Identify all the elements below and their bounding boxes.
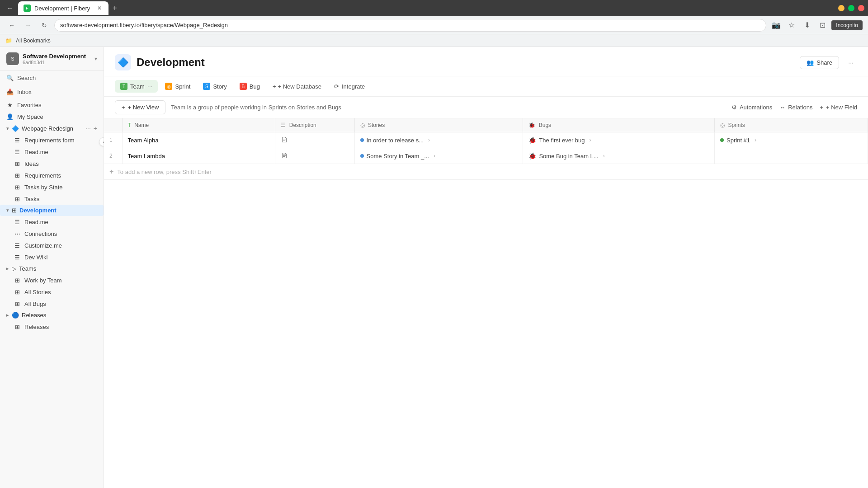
new-field-btn[interactable]: + + New Field (820, 104, 857, 111)
sidebar-item-requirements-form[interactable]: ☰ Requirements form (7, 134, 104, 146)
releases-group-label: Releases (22, 312, 97, 319)
row1-sprints-arrow[interactable]: › (755, 137, 756, 143)
window-close[interactable] (858, 5, 864, 11)
sidebar-item-all-stories[interactable]: ⊞ All Stories (7, 286, 104, 298)
cast-icon[interactable]: 📷 (770, 19, 783, 32)
search-label: Search (17, 75, 36, 81)
new-db-plus-icon: + (273, 83, 276, 90)
col-stories[interactable]: ◎ Stories (354, 118, 523, 132)
back-btn[interactable]: ← (5, 19, 18, 32)
sidebar-item-all-bugs[interactable]: ⊞ All Bugs (7, 298, 104, 310)
share-btn[interactable]: 👥 Share (800, 56, 839, 69)
sidebar-item-readme2[interactable]: ☰ Read.me (7, 216, 104, 228)
row1-stories-arrow[interactable]: › (428, 137, 430, 143)
col-description[interactable]: ☰ Description (275, 118, 354, 132)
add-row-text: To add a new row, press Shift+Enter (117, 169, 211, 175)
col-sprints[interactable]: ◎ Sprints (715, 118, 868, 132)
tab-team[interactable]: T Team ··· (115, 80, 158, 93)
all-bugs-icon: ⊞ (14, 300, 21, 307)
incognito-btn[interactable]: Incognito (831, 20, 863, 30)
address-bar[interactable]: software-development.fibery.io/fibery/sp… (54, 19, 766, 32)
row1-bugs[interactable]: 🐞 The first ever bug › (523, 132, 715, 148)
tab-sprint[interactable]: ◎ Sprint (160, 80, 196, 93)
address-text: software-development.fibery.io/fibery/sp… (60, 22, 228, 28)
releases-group-icon: 🔵 (12, 312, 19, 319)
bookmark-icon[interactable]: ☆ (785, 19, 798, 32)
col-name[interactable]: T Name (122, 118, 275, 132)
row2-sprints[interactable] (715, 148, 868, 164)
layout-icon[interactable]: ⊡ (816, 19, 829, 32)
new-field-label: + New Field (826, 104, 857, 111)
integrate-btn[interactable]: ⟳ Integrate (329, 80, 370, 93)
row2-desc-icon: 🖹 (281, 152, 288, 160)
sidebar-group-development[interactable]: ▾ ⊞ Development (0, 205, 104, 216)
new-database-btn[interactable]: + + New Database (267, 80, 327, 93)
team-tab-dots[interactable]: ··· (147, 83, 153, 90)
row2-stories-arrow[interactable]: › (434, 153, 435, 159)
workspace-header[interactable]: S Software Development 6ad8d3d1 ▾ (0, 47, 104, 71)
readme1-label: Read.me (24, 149, 97, 155)
more-options-btn[interactable]: ··· (844, 56, 857, 69)
sidebar-collapse-btn[interactable]: ‹ (99, 137, 104, 146)
favorites-icon: ★ (6, 101, 14, 108)
sidebar-item-myspace[interactable]: 👤 My Space (0, 111, 104, 122)
sidebar-item-readme1[interactable]: ☰ Read.me (7, 146, 104, 158)
row2-stories[interactable]: Some Story in Team _... › (354, 148, 523, 164)
row1-desc[interactable]: 🖹 (275, 132, 354, 148)
sidebar-group-teams[interactable]: ▸ ▷ Teams (0, 263, 104, 274)
sidebar-group-releases[interactable]: ▸ 🔵 Releases (0, 310, 104, 321)
reload-btn[interactable]: ↻ (38, 19, 51, 32)
download-icon[interactable]: ⬇ (801, 19, 813, 32)
row2-name[interactable]: Team Lambda (122, 148, 275, 164)
sidebar-item-favorites[interactable]: ★ Favorites (0, 99, 104, 111)
tab-bug[interactable]: B Bug (234, 80, 265, 93)
new-db-label: + New Database (278, 83, 321, 90)
row1-bugs-arrow[interactable]: › (590, 137, 591, 143)
readme2-label: Read.me (24, 219, 97, 225)
row1-sprints[interactable]: Sprint #1 › (715, 132, 868, 148)
main-icon: 🔷 (115, 54, 131, 70)
webpage-add-icon[interactable]: + (94, 125, 97, 132)
sidebar-item-devwiki[interactable]: ☰ Dev Wiki (7, 251, 104, 263)
sidebar-item-work-by-team[interactable]: ⊞ Work by Team (7, 274, 104, 286)
sidebar-item-ideas[interactable]: ⊞ Ideas (7, 158, 104, 169)
sidebar-group-webpage[interactable]: ▾ 🔷 Webpage Redesign ··· + (0, 122, 104, 134)
bug-tab-icon: B (240, 83, 247, 90)
row2-stories-text: Some Story in Team _... (367, 153, 429, 160)
share-icon: 👥 (807, 59, 814, 66)
new-view-btn[interactable]: + + New View (115, 100, 165, 114)
automations-btn[interactable]: ⚙ Automations (731, 104, 772, 111)
row1-stories[interactable]: In order to release s... › (354, 132, 523, 148)
inbox-label: Inbox (17, 89, 32, 95)
tab-close-icon[interactable]: ✕ (96, 5, 103, 12)
row2-desc[interactable]: 🖹 (275, 148, 354, 164)
sidebar-inbox[interactable]: 📥 Inbox (0, 85, 104, 99)
sidebar-item-releases[interactable]: ⊞ Releases (7, 321, 104, 333)
sidebar-item-tasks-by-state[interactable]: ⊞ Tasks by State (7, 181, 104, 193)
view-toolbar: + + New View Team is a group of people w… (104, 97, 868, 118)
row2-bugs-arrow[interactable]: › (603, 153, 605, 159)
releases-collapse-icon: ▸ (6, 312, 9, 318)
relations-btn[interactable]: ↔ Relations (779, 104, 812, 111)
col-bugs[interactable]: 🐞 Bugs (523, 118, 715, 132)
window-maximize[interactable] (848, 5, 854, 11)
sidebar-item-tasks[interactable]: ⊞ Tasks (7, 193, 104, 205)
browser-back-btn[interactable]: ← (4, 2, 16, 14)
tab-story[interactable]: S Story (198, 80, 232, 93)
sprint-tab-label: Sprint (175, 83, 190, 90)
new-tab-btn[interactable]: + (108, 2, 121, 14)
forward-btn[interactable]: → (22, 19, 34, 32)
row1-name[interactable]: Team Alpha (122, 132, 275, 148)
sidebar-item-customize[interactable]: ☰ Customize.me (7, 239, 104, 251)
sidebar-item-connections[interactable]: ⋯ Connections (7, 228, 104, 239)
window-minimize[interactable] (838, 5, 844, 11)
ideas-icon: ⊞ (14, 160, 21, 167)
row2-bugs-dot: 🐞 (528, 152, 536, 160)
webpage-more-icon[interactable]: ··· (85, 125, 91, 132)
row2-bugs[interactable]: 🐞 Some Bug in Team L... › (523, 148, 715, 164)
automations-icon: ⚙ (731, 104, 737, 111)
workspace-id: 6ad8d3d1 (23, 60, 91, 65)
sidebar-item-requirements[interactable]: ⊞ Requirements (7, 169, 104, 181)
add-row-hint[interactable]: + To add a new row, press Shift+Enter (104, 164, 868, 180)
sidebar-search[interactable]: 🔍 Search (0, 71, 104, 85)
